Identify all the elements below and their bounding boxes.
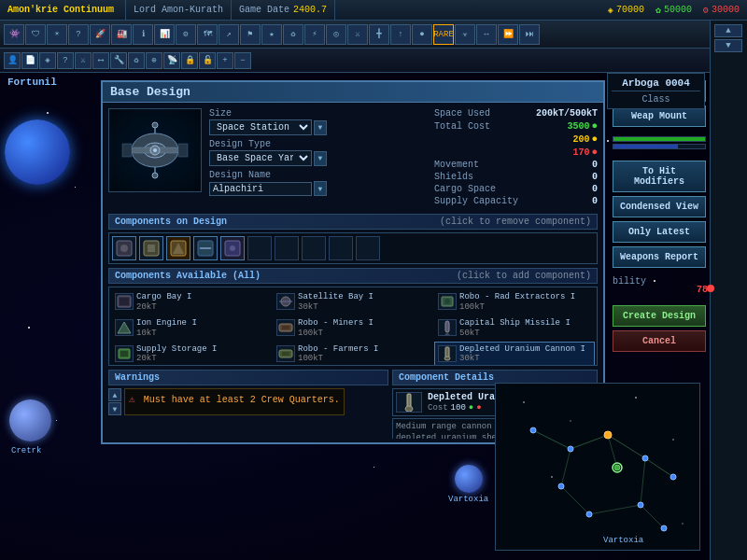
toolbar-icon-move[interactable]: ↔ <box>476 24 497 45</box>
toolbar-icon-special[interactable]: RARE <box>433 24 454 45</box>
gold-value: 70000 <box>616 5 644 15</box>
create-design-button[interactable]: Create Design <box>613 305 706 327</box>
toolbar-icon-skip[interactable]: ⏩ <box>498 24 518 45</box>
dep-uranium-icon <box>439 346 456 361</box>
components-on-design-section: Components on Design (click to remove co… <box>108 214 598 264</box>
scroll-down-btn[interactable]: ▼ <box>714 39 742 52</box>
toolbar-icon-alien[interactable]: 👾 <box>4 24 24 45</box>
avail-item-capital-missile[interactable]: Capital Ship Missile I 50kT <box>434 315 595 341</box>
toolbar-icon-star[interactable]: ★ <box>261 24 282 45</box>
warning-scroll-down[interactable]: ▼ <box>108 402 121 415</box>
toolbar2-icon-coin[interactable]: ◈ <box>39 52 56 69</box>
toolbar2-icon-recycle2[interactable]: ♻ <box>128 52 145 69</box>
toolbar-icon-beam[interactable]: ╋ <box>369 24 389 45</box>
toolbar-icon-info[interactable]: ℹ <box>133 24 153 45</box>
scroll-up-btn[interactable]: ▲ <box>714 24 742 37</box>
toolbar2-icon-person[interactable]: 👤 <box>4 52 21 69</box>
to-hit-button[interactable]: To Hit Modifiers <box>613 161 706 192</box>
health-bar-blue-row <box>613 144 706 149</box>
design-slot-2[interactable] <box>139 236 163 260</box>
design-slot-empty-5[interactable] <box>356 236 380 260</box>
design-slot-3[interactable] <box>166 236 190 260</box>
toolbar2-icon-lock[interactable]: 🔒 <box>181 52 198 69</box>
toolbar-icon-weapon[interactable]: ⚔ <box>347 24 368 45</box>
stat-movement: Movement 0 <box>434 160 598 170</box>
toolbar-icon-bolt[interactable]: ⚡ <box>304 24 325 45</box>
toolbar2-icon-minus[interactable]: − <box>234 52 251 69</box>
weapons-report-button[interactable]: Weapons Report <box>613 246 706 268</box>
design-type-select[interactable]: Base Space Yard <box>209 150 312 166</box>
toolbar2-icon-wrench[interactable]: 🔧 <box>110 52 127 69</box>
size-select[interactable]: Space Station <box>209 119 312 135</box>
prod-resource: ⚙ 30000 <box>703 5 740 16</box>
toolbar-icon-recycle[interactable]: ♻ <box>283 24 303 45</box>
toolbar-icon-chart[interactable]: 📊 <box>154 24 175 45</box>
design-slot-4[interactable] <box>193 236 218 260</box>
avail-item-robo-miners[interactable]: Robo - Miners I 100kT <box>273 315 433 341</box>
toolbar-icon-missile[interactable]: ↑ <box>390 24 411 45</box>
total-cost-value: 3500 <box>567 121 589 132</box>
warnings-header: Warnings <box>108 370 388 385</box>
svg-point-56 <box>530 427 536 433</box>
toolbar2-icon-question2[interactable]: ? <box>57 52 74 69</box>
avail-item-supply-storage[interactable]: Supply Storage I 20kT <box>111 342 272 366</box>
stat-total-cost: Total Cost 3500 ● <box>434 120 598 132</box>
toolbar-icon-flag[interactable]: ⚑ <box>240 24 261 45</box>
bc-icons: 200 ● <box>572 133 598 145</box>
robo-rad-cost: 100kT <box>459 302 591 312</box>
svg-rect-29 <box>282 326 289 329</box>
svg-point-61 <box>558 483 564 489</box>
toolbar2-icon-arrows[interactable]: ⟷ <box>92 52 109 69</box>
warning-scroll-up[interactable]: ▲ <box>108 388 121 401</box>
toolbar-icon-cursor[interactable]: ↗ <box>218 24 239 45</box>
toolbar2-icon-page[interactable]: 📄 <box>21 52 38 69</box>
cost-red-dot: ● <box>476 403 481 413</box>
name-dropdown-btn[interactable]: ▼ <box>314 181 327 196</box>
components-on-design-header: Components on Design (click to remove co… <box>108 214 598 230</box>
design-slot-1[interactable] <box>112 236 136 260</box>
toolbar2-icon-target2[interactable]: ⊕ <box>146 52 162 69</box>
damage-dot <box>707 285 714 292</box>
health-bars <box>613 136 706 149</box>
toolbar-icon-bomb[interactable]: ● <box>412 24 432 45</box>
avail-item-robo-rad[interactable]: Robo - Rad Extractors I 100kT <box>434 289 595 315</box>
toolbar2-icon-plus[interactable]: + <box>217 52 233 69</box>
design-slot-empty-2[interactable] <box>275 236 299 260</box>
toolbar-icon-bio[interactable]: ☣ <box>455 24 475 45</box>
avail-item-dep-uranium[interactable]: Depleted Uranium Cannon I 30kT <box>434 342 595 366</box>
toolbar-icon-factory[interactable]: 🏭 <box>111 24 132 45</box>
avail-item-satellite-bay[interactable]: Satellite Bay I 30kT <box>273 289 433 315</box>
svg-rect-22 <box>120 298 129 305</box>
toolbar2-icon-unlock[interactable]: 🔓 <box>199 52 216 69</box>
design-slot-empty-1[interactable] <box>247 236 272 260</box>
condensed-view-button[interactable]: Condensed View <box>613 196 706 217</box>
toolbar2-icon-antenna[interactable]: 📡 <box>163 52 180 69</box>
toolbar-icon-shield[interactable]: 🛡 <box>25 24 46 45</box>
svg-point-62 <box>614 465 620 470</box>
size-group: Size Space Station ▼ <box>209 108 423 135</box>
only-latest-button[interactable]: Only Latest <box>613 221 706 243</box>
design-slot-5[interactable] <box>220 236 245 260</box>
toolbar-icon-gear[interactable]: ⚙ <box>176 24 196 45</box>
toolbar2-icon-sword[interactable]: ⚔ <box>75 52 92 69</box>
cancel-button[interactable]: Cancel <box>613 330 706 352</box>
svg-point-64 <box>586 511 592 517</box>
toolbar-icon-end[interactable]: ⏭ <box>519 24 540 45</box>
size-dropdown-btn[interactable]: ▼ <box>314 120 327 135</box>
toolbar-icon-sun[interactable]: ☀ <box>47 24 67 45</box>
avail-item-robo-farmers[interactable]: Robo - Farmers I 100kT <box>273 342 433 366</box>
design-slot-empty-3[interactable] <box>302 236 326 260</box>
satellite-bay-name: Satellite Bay I <box>298 292 430 302</box>
design-slot-empty-4[interactable] <box>329 236 353 260</box>
svg-line-47 <box>571 435 608 449</box>
type-dropdown-btn[interactable]: ▼ <box>314 151 327 166</box>
toolbar-icon-map[interactable]: 🗺 <box>197 24 218 45</box>
design-name-input[interactable] <box>209 182 312 196</box>
avail-item-cargo-bay[interactable]: Cargo Bay I 20kT <box>111 289 272 315</box>
avail-item-ion-engine[interactable]: Ion Engine I 10kT <box>111 315 272 341</box>
toolbar-icon-question[interactable]: ? <box>68 24 89 45</box>
toolbar-icon-target[interactable]: ◎ <box>326 24 346 45</box>
star-map-svg: Vartoxia <box>496 384 701 552</box>
toolbar-icon-ship1[interactable]: 🚀 <box>90 24 110 45</box>
food-icon: ✿ <box>655 5 661 16</box>
